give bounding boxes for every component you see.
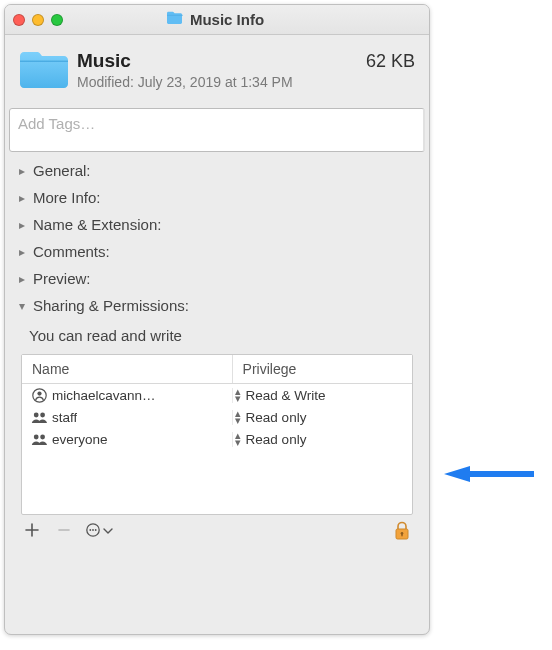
chevron-down-icon: ▾ [17, 299, 27, 313]
remove-button[interactable] [53, 520, 75, 540]
svg-point-8 [92, 529, 94, 531]
svg-point-3 [40, 412, 45, 417]
section-sharing-permissions[interactable]: ▾ Sharing & Permissions: [5, 292, 429, 319]
tags-input[interactable]: Add Tags… [9, 108, 425, 152]
section-label: Name & Extension: [33, 216, 161, 233]
lock-icon[interactable] [391, 519, 413, 541]
svg-point-1 [37, 391, 41, 395]
chevron-right-icon: ▸ [17, 272, 27, 286]
section-label: Preview: [33, 270, 91, 287]
row-name: michaelcavann… [52, 388, 156, 403]
svg-rect-12 [401, 534, 402, 537]
chevron-right-icon: ▸ [17, 245, 27, 259]
titlebar: Music Info [5, 5, 429, 35]
section-preview[interactable]: ▸ Preview: [5, 265, 429, 292]
row-privilege: Read only [246, 432, 307, 447]
sharing-content: You can read and write [5, 319, 429, 354]
section-label: More Info: [33, 189, 101, 206]
row-privilege: Read & Write [246, 388, 326, 403]
section-label: Sharing & Permissions: [33, 297, 189, 314]
section-label: General: [33, 162, 91, 179]
chevron-down-icon [103, 522, 113, 539]
action-menu-button[interactable] [85, 522, 113, 539]
cell-name: michaelcavann… [22, 388, 233, 403]
user-icon [30, 388, 48, 403]
table-row[interactable]: everyone▴▾Read only [22, 428, 412, 450]
permissions-toolbar [5, 515, 429, 547]
permissions-table: Name Privilege michaelcavann…▴▾Read & Wr… [21, 354, 413, 515]
svg-point-4 [33, 434, 38, 439]
svg-point-7 [89, 529, 91, 531]
svg-rect-13 [470, 471, 534, 477]
column-privilege[interactable]: Privilege [233, 355, 412, 383]
file-size: 62 KB [366, 51, 415, 72]
chevron-right-icon: ▸ [17, 191, 27, 205]
svg-point-9 [95, 529, 97, 531]
row-name: everyone [52, 432, 108, 447]
minimize-icon[interactable] [32, 14, 44, 26]
add-button[interactable] [21, 520, 43, 540]
stepper-icon: ▴▾ [235, 432, 241, 446]
cell-name: staff [22, 410, 233, 425]
modified-label: Modified: [77, 74, 134, 90]
sharing-note: You can read and write [29, 323, 419, 354]
row-privilege: Read only [246, 410, 307, 425]
info-window: Music Info Music 62 KB [4, 4, 430, 635]
group-icon [30, 433, 48, 446]
zoom-icon[interactable] [51, 14, 63, 26]
close-icon[interactable] [13, 14, 25, 26]
column-name[interactable]: Name [22, 355, 233, 383]
section-label: Comments: [33, 243, 110, 260]
section-more-info[interactable]: ▸ More Info: [5, 184, 429, 211]
file-header: Music 62 KB Modified: July 23, 2019 at 1… [5, 35, 429, 105]
folder-icon [166, 10, 184, 29]
chevron-right-icon: ▸ [17, 218, 27, 232]
tags-placeholder: Add Tags… [18, 115, 95, 132]
callout-arrow-icon [442, 452, 538, 496]
cell-privilege[interactable]: ▴▾Read & Write [233, 388, 412, 403]
folder-large-icon [15, 45, 73, 95]
section-comments[interactable]: ▸ Comments: [5, 238, 429, 265]
cell-privilege[interactable]: ▴▾Read only [233, 432, 412, 447]
table-row[interactable]: staff▴▾Read only [22, 406, 412, 428]
section-general[interactable]: ▸ General: [5, 157, 429, 184]
svg-point-5 [40, 434, 45, 439]
stepper-icon: ▴▾ [235, 410, 241, 424]
table-header: Name Privilege [22, 355, 412, 384]
table-row[interactable]: michaelcavann…▴▾Read & Write [22, 384, 412, 406]
svg-point-2 [33, 412, 38, 417]
window-controls [13, 14, 63, 26]
window-title: Music Info [190, 11, 264, 28]
modified-value: July 23, 2019 at 1:34 PM [138, 74, 293, 90]
chevron-right-icon: ▸ [17, 164, 27, 178]
file-name: Music [77, 50, 131, 72]
cell-privilege[interactable]: ▴▾Read only [233, 410, 412, 425]
modified-line: Modified: July 23, 2019 at 1:34 PM [77, 74, 415, 90]
group-icon [30, 411, 48, 424]
cell-name: everyone [22, 432, 233, 447]
section-name-extension[interactable]: ▸ Name & Extension: [5, 211, 429, 238]
stepper-icon: ▴▾ [235, 388, 241, 402]
row-name: staff [52, 410, 77, 425]
info-sections: ▸ General: ▸ More Info: ▸ Name & Extensi… [5, 157, 429, 547]
